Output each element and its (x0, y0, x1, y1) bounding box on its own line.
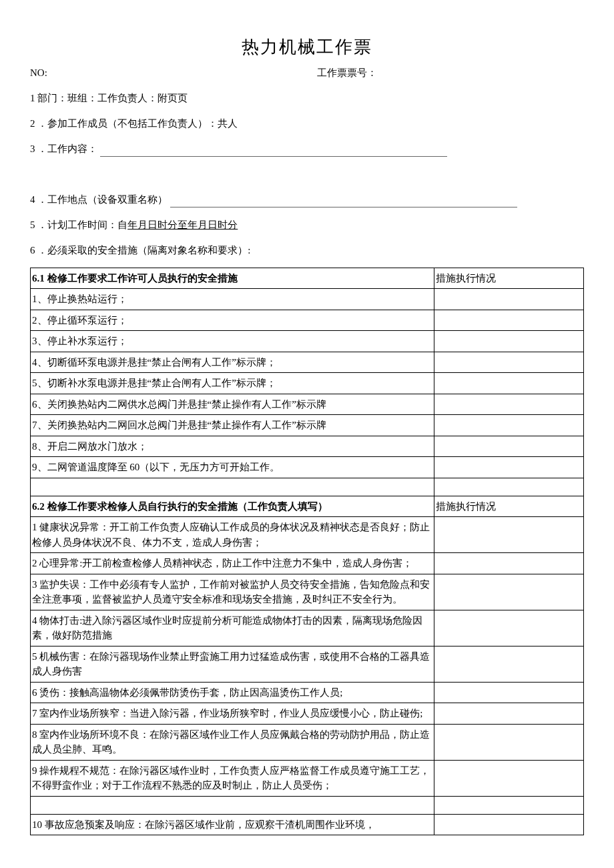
field-members: 2 ．参加工作成员（不包括工作负责人）：共人 (30, 115, 584, 131)
measure-cell: 9 操作规程不规范：在除污器区域作业时，工作负责人应严格监督工作成员遵守施工工艺… (31, 760, 434, 796)
field-work-content-label: 3 ．工作内容： (30, 143, 97, 154)
table-row: 6、关闭换热站内二网供水总阀门并悬挂“禁止操作有人工作”标示牌 (31, 394, 584, 415)
table-row: 2、停止循环泵运行； (31, 310, 584, 331)
status-cell[interactable] (434, 760, 584, 796)
table-row: 8、开启二网放水门放水； (31, 436, 584, 457)
field-work-content: 3 ．工作内容： (30, 141, 584, 157)
measure-cell: 2 心理异常:开工前检查检修人员精神状态，防止工作中注意力不集中，造成人身伤害； (31, 553, 434, 574)
measure-cell: 10 事故应急预案及响应：在除污器区域作业前，应观察干渣机周围作业环境， (31, 814, 434, 835)
section-61-header-row: 6.1 检修工作要求工作许可人员执行的安全措施 措施执行情况 (31, 268, 584, 289)
status-cell[interactable] (434, 310, 584, 331)
status-cell[interactable] (434, 415, 584, 436)
measure-cell: 5、切断补水泵电源并悬挂“禁止合闸有人工作”标示牌； (31, 373, 434, 394)
table-row: 8 室内作业场所环境不良：在除污器区域作业工作人员应佩戴合格的劳动防护用品，防止… (31, 724, 584, 760)
section-62-header-row: 6.2 检修工作要求检修人员自行执行的安全措施（工作负责人填写） 措施执行情况 (31, 496, 584, 517)
status-cell[interactable] (434, 610, 584, 646)
table-row: 10 事故应急预案及响应：在除污器区域作业前，应观察干渣机周围作业环境， (31, 814, 584, 835)
spacer-row (31, 478, 584, 496)
plan-time-value: 年月日时分至年月日时分 (127, 220, 238, 230)
measure-cell: 8 室内作业场所环境不良：在除污器区域作业工作人员应佩戴合格的劳动防护用品，防止… (31, 724, 434, 760)
status-cell[interactable] (434, 646, 584, 682)
field-plan-time-label: 5 ．计划工作时间：自 (30, 220, 127, 230)
table-row: 1 健康状况异常：开工前工作负责人应确认工作成员的身体状况及精神状态是否良好；防… (31, 517, 584, 553)
safety-table: 6.1 检修工作要求工作许可人员执行的安全措施 措施执行情况 1、停止换热站运行… (30, 268, 584, 836)
measure-cell: 2、停止循环泵运行； (31, 310, 434, 331)
table-row: 7 室内作业场所狭窄：当进入除污器，作业场所狭窄时，作业人员应缓慢小心，防止碰伤… (31, 703, 584, 725)
status-cell[interactable] (434, 574, 584, 610)
measure-cell: 6 烫伤：接触高温物体必须佩带防烫伤手套，防止因高温烫伤工作人员; (31, 682, 434, 703)
status-cell[interactable] (434, 703, 584, 725)
table-row: 3、停止补水泵运行； (31, 331, 584, 352)
work-location-input[interactable] (170, 207, 517, 207)
status-cell[interactable] (434, 289, 584, 310)
measure-cell: 9、二网管道温度降至 60（以下，无压力方可开始工作。 (31, 457, 434, 478)
status-cell[interactable] (434, 373, 584, 394)
table-row: 9、二网管道温度降至 60（以下，无压力方可开始工作。 (31, 457, 584, 478)
section-62-header: 6.2 检修工作要求检修人员自行执行的安全措施（工作负责人填写） (31, 496, 434, 517)
measure-cell: 8、开启二网放水门放水； (31, 436, 434, 457)
table-row: 5、切断补水泵电源并悬挂“禁止合闸有人工作”标示牌； (31, 373, 584, 394)
measure-cell: 5 机械伤害：在除污器现场作业禁止野蛮施工用力过猛造成伤害，或使用不合格的工器具… (31, 646, 434, 682)
page-title: 热力机械工作票 (30, 33, 584, 61)
table-row: 9 操作规程不规范：在除污器区域作业时，工作负责人应严格监督工作成员遵守施工工艺… (31, 760, 584, 796)
status-cell[interactable] (434, 682, 584, 703)
field-department: 1 部门：班组：工作负责人：附页页 (30, 90, 584, 106)
measure-cell: 4、切断循环泵电源并悬挂“禁止合闸有人工作”标示牌； (31, 352, 434, 373)
measure-cell: 3 监护失误：工作中必须有专人监护，工作前对被监护人员交待安全措施，告知危险点和… (31, 574, 434, 610)
measure-cell: 1 健康状况异常：开工前工作负责人应确认工作成员的身体状况及精神状态是否良好；防… (31, 517, 434, 553)
measure-cell: 4 物体打击:进入除污器区域作业时应提前分析可能造成物体打击的因素，隔离现场危险… (31, 610, 434, 646)
no-label: NO: (30, 65, 297, 81)
status-header-1: 措施执行情况 (434, 268, 584, 289)
header-row: NO: 工作票票号： (30, 65, 584, 81)
status-cell[interactable] (434, 814, 584, 835)
ticket-no-label: 工作票票号： (297, 65, 584, 81)
field-plan-time: 5 ．计划工作时间：自年月日时分至年月日时分 (30, 217, 584, 233)
table-row: 6 烫伤：接触高温物体必须佩带防烫伤手套，防止因高温烫伤工作人员; (31, 682, 584, 703)
status-cell[interactable] (434, 331, 584, 352)
measure-cell: 7、关闭换热站内二网回水总阀门并悬挂“禁止操作有人工作”标示牌 (31, 415, 434, 436)
status-cell[interactable] (434, 517, 584, 553)
field-safety-measures: 6 ．必须采取的安全措施（隔离对象名称和要求）: (30, 242, 584, 258)
status-cell[interactable] (434, 352, 584, 373)
status-header-2: 措施执行情况 (434, 496, 584, 517)
measure-cell: 6、关闭换热站内二网供水总阀门并悬挂“禁止操作有人工作”标示牌 (31, 394, 434, 415)
table-row: 5 机械伤害：在除污器现场作业禁止野蛮施工用力过猛造成伤害，或使用不合格的工器具… (31, 646, 584, 682)
status-cell[interactable] (434, 724, 584, 760)
field-work-location: 4 ．工作地点（设备双重名称） (30, 191, 584, 207)
field-work-location-label: 4 ．工作地点（设备双重名称） (30, 194, 168, 205)
work-content-input[interactable] (100, 156, 447, 157)
table-row: 3 监护失误：工作中必须有专人监护，工作前对被监护人员交待安全措施，告知危险点和… (31, 574, 584, 610)
measure-cell: 3、停止补水泵运行； (31, 331, 434, 352)
spacer-row (31, 796, 584, 814)
section-61-header: 6.1 检修工作要求工作许可人员执行的安全措施 (31, 268, 434, 289)
status-cell[interactable] (434, 394, 584, 415)
table-row: 4、切断循环泵电源并悬挂“禁止合闸有人工作”标示牌； (31, 352, 584, 373)
measure-cell: 1、停止换热站运行； (31, 289, 434, 310)
table-row: 1、停止换热站运行； (31, 289, 584, 310)
status-cell[interactable] (434, 553, 584, 574)
table-row: 4 物体打击:进入除污器区域作业时应提前分析可能造成物体打击的因素，隔离现场危险… (31, 610, 584, 646)
status-cell[interactable] (434, 457, 584, 478)
table-row: 2 心理异常:开工前检查检修人员精神状态，防止工作中注意力不集中，造成人身伤害； (31, 553, 584, 574)
table-row: 7、关闭换热站内二网回水总阀门并悬挂“禁止操作有人工作”标示牌 (31, 415, 584, 436)
measure-cell: 7 室内作业场所狭窄：当进入除污器，作业场所狭窄时，作业人员应缓慢小心，防止碰伤… (31, 703, 434, 725)
status-cell[interactable] (434, 436, 584, 457)
